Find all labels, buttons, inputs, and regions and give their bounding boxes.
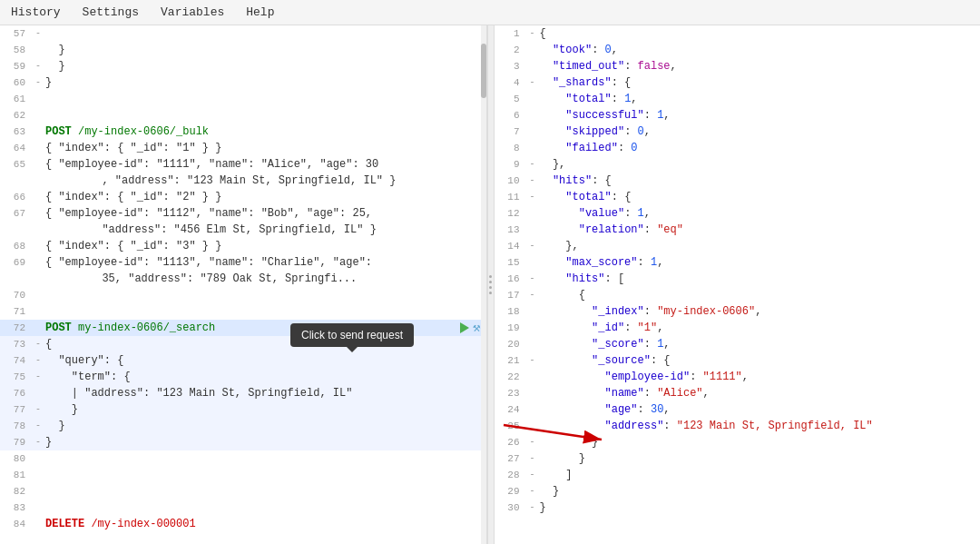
resp-line-8: 8 "failed": 0 — [495, 140, 981, 156]
line-60: 60 - } — [0, 74, 486, 91]
resp-line-19: 19 "_id": "1", — [495, 320, 981, 336]
resp-line-28: 28 - ] — [495, 467, 981, 483]
panel-splitter[interactable] — [487, 25, 495, 544]
line-69: 69 { "employee-id": "1113", "name": "Cha… — [0, 254, 486, 271]
resp-line-17: 17 - { — [495, 287, 981, 303]
resp-line-6: 6 "successful": 1, — [495, 107, 981, 124]
resp-line-9: 9 - }, — [495, 156, 981, 173]
line-66: 66 { "index": { "_id": "2" } } — [0, 189, 486, 205]
menu-history[interactable]: History — [7, 4, 64, 21]
resp-line-3: 3 "timed_out": false, — [495, 58, 981, 74]
line-71: 71 — [0, 303, 486, 320]
resp-line-15: 15 "max_score": 1, — [495, 254, 981, 271]
resp-line-5: 5 "total": 1, — [495, 91, 981, 107]
left-scrollbar[interactable] — [481, 25, 486, 544]
wrench-icon[interactable]: ⚒ — [473, 320, 480, 336]
line-67b: "address": "456 Elm St, Springfield, IL"… — [0, 222, 486, 238]
resp-line-13: 13 "relation": "eq" — [495, 222, 981, 238]
resp-line-18: 18 "_index": "my-index-0606", — [495, 303, 981, 320]
line-62: 62 — [0, 107, 486, 124]
line-83: 83 — [0, 499, 486, 516]
line-79: 79 - } — [0, 434, 486, 450]
resp-line-26: 26 - } — [495, 434, 981, 450]
resp-line-7: 7 "skipped": 0, — [495, 124, 981, 140]
line-59: 59 - } — [0, 58, 486, 74]
line-77: 77 - } — [0, 401, 486, 418]
main-content: 57 - 58 } 59 - } 60 - } 61 — [0, 25, 980, 544]
resp-line-27: 27 - } — [495, 450, 981, 467]
line-58: 58 } — [0, 42, 486, 58]
resp-line-11: 11 - "total": { — [495, 189, 981, 205]
resp-line-29: 29 - } — [495, 483, 981, 499]
resp-line-21: 21 - "_source": { — [495, 352, 981, 369]
splitter-handle — [489, 275, 492, 294]
line-67: 67 { "employee-id": "1112", "name": "Bob… — [0, 205, 486, 222]
resp-line-22: 22 "employee-id": "1111", — [495, 369, 981, 385]
line-57: 57 - — [0, 25, 486, 42]
line-72: 72 POST my-index-0606/_search ⚒ — [0, 320, 486, 336]
line-81: 81 — [0, 467, 486, 483]
menu-variables[interactable]: Variables — [157, 4, 228, 21]
line-75: 75 - "term": { — [0, 369, 486, 385]
line-actions: ⚒ — [460, 320, 480, 336]
menu-help[interactable]: Help — [242, 4, 278, 21]
resp-line-14: 14 - }, — [495, 238, 981, 254]
resp-line-23: 23 "name": "Alice", — [495, 385, 981, 401]
resp-line-2: 2 "took": 0, — [495, 42, 981, 58]
resp-line-24: 24 "age": 30, — [495, 401, 981, 418]
line-82: 82 — [0, 483, 486, 499]
resp-line-12: 12 "value": 1, — [495, 205, 981, 222]
line-74: 74 - "query": { — [0, 352, 486, 369]
line-65b: , "address": "123 Main St, Springfield, … — [0, 173, 486, 189]
line-70: 70 — [0, 287, 486, 303]
resp-line-4: 4 - "_shards": { — [495, 74, 981, 91]
line-64: 64 { "index": { "_id": "1" } } — [0, 140, 486, 156]
line-80: 80 — [0, 450, 486, 467]
line-84: 84 DELETE /my-index-000001 — [0, 516, 486, 532]
editor-code-area[interactable]: 57 - 58 } 59 - } 60 - } 61 — [0, 25, 486, 544]
send-request-button[interactable] — [460, 322, 469, 333]
resp-line-30: 30 - } — [495, 499, 981, 516]
line-73: 73 - { — [0, 336, 486, 352]
line-65: 65 { "employee-id": "1111", "name": "Ali… — [0, 156, 486, 173]
left-scrollbar-thumb[interactable] — [481, 44, 486, 98]
resp-line-10: 10 - "hits": { — [495, 173, 981, 189]
resp-line-16: 16 - "hits": [ — [495, 271, 981, 287]
right-panel: 1 - { 2 "took": 0, 3 "timed_out": false,… — [495, 25, 981, 544]
line-78: 78 - } — [0, 418, 486, 434]
left-panel: 57 - 58 } 59 - } 60 - } 61 — [0, 25, 487, 544]
response-code-area[interactable]: 1 - { 2 "took": 0, 3 "timed_out": false,… — [495, 25, 981, 544]
resp-line-20: 20 "_score": 1, — [495, 336, 981, 352]
line-76: 76 | "address": "123 Main St, Springfiel… — [0, 385, 486, 401]
resp-line-1: 1 - { — [495, 25, 981, 42]
line-63: 63 POST /my-index-0606/_bulk — [0, 124, 486, 140]
line-68: 68 { "index": { "_id": "3" } } — [0, 238, 486, 254]
menu-bar: History Settings Variables Help — [0, 0, 980, 25]
line-61: 61 — [0, 91, 486, 107]
line-69b: 35, "address": "789 Oak St, Springfi... — [0, 271, 486, 287]
menu-settings[interactable]: Settings — [79, 4, 142, 21]
resp-line-25: 25 "address": "123 Main St, Springfield,… — [495, 418, 981, 434]
